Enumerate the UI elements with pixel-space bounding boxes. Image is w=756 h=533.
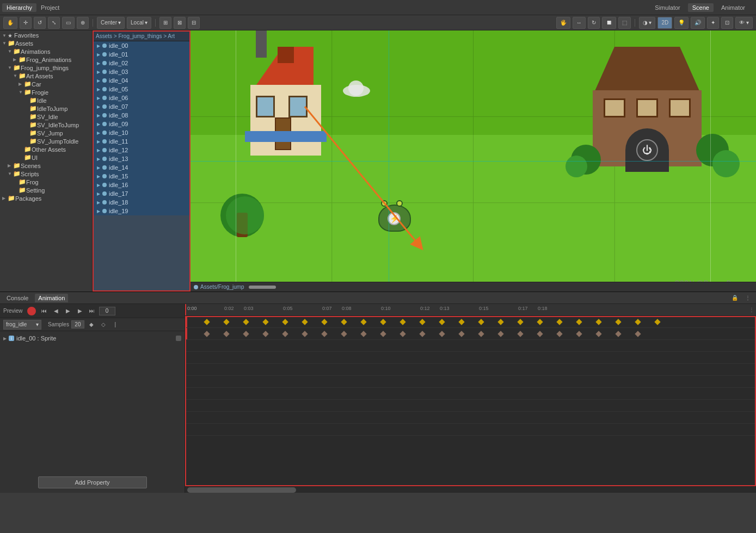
diamond-2-1[interactable] bbox=[204, 331, 210, 337]
diamond-2-18[interactable] bbox=[537, 331, 543, 337]
tree-favorites[interactable]: ▼ ★ Favorites bbox=[0, 32, 92, 39]
file-item-idle19[interactable]: ▶ idle_19 bbox=[94, 207, 189, 215]
transform-tool[interactable]: ⊕ bbox=[77, 17, 89, 29]
move-nav[interactable]: ↔ bbox=[573, 17, 586, 29]
tree-ui[interactable]: 📁 UI bbox=[0, 153, 92, 162]
prev-frame-btn[interactable]: ◀ bbox=[51, 306, 61, 316]
orbit-nav[interactable]: ↻ bbox=[588, 17, 600, 29]
tab-project[interactable]: Project bbox=[36, 3, 64, 12]
diamond-1-1[interactable] bbox=[204, 319, 210, 325]
record-button[interactable] bbox=[27, 307, 36, 315]
tree-frogie[interactable]: ▼ 📁 Frogie bbox=[0, 88, 92, 96]
add-property-button[interactable]: Add Property bbox=[38, 476, 147, 488]
diamond-2-7[interactable] bbox=[321, 331, 327, 337]
diamond-2-3[interactable] bbox=[243, 331, 249, 337]
diamond-2-20[interactable] bbox=[576, 331, 582, 337]
diamond-2-15[interactable] bbox=[478, 331, 484, 337]
file-item-idle13[interactable]: ▶ idle_13 bbox=[94, 154, 189, 163]
tab-simulator[interactable]: Simulator bbox=[650, 3, 684, 12]
diamond-2-12[interactable] bbox=[419, 331, 425, 337]
rect-tool[interactable]: ▭ bbox=[62, 17, 75, 29]
file-item-idle17[interactable]: ▶ idle_17 bbox=[94, 189, 189, 198]
tree-scripts[interactable]: ▼ 📁 Scripts bbox=[0, 170, 92, 178]
tree-packages[interactable]: ▶ 📁 Packages bbox=[0, 194, 92, 202]
diamond-1-5[interactable] bbox=[282, 319, 288, 325]
file-item-idle07[interactable]: ▶ idle_07 bbox=[94, 102, 189, 111]
diamond-1-19[interactable] bbox=[556, 319, 562, 325]
diamond-1-3[interactable] bbox=[243, 319, 249, 325]
diamond-1-21[interactable] bbox=[595, 319, 601, 325]
hand-tool[interactable]: ✋ bbox=[3, 17, 17, 29]
diamond-1-9[interactable] bbox=[360, 319, 366, 325]
diamond-2-22[interactable] bbox=[615, 331, 621, 337]
diamond-2-6[interactable] bbox=[302, 331, 308, 337]
file-item-idle11[interactable]: ▶ idle_11 bbox=[94, 137, 189, 146]
tree-frog-jump[interactable]: ▼ 📁 Frog_jump_things bbox=[0, 64, 92, 72]
diamond-2-17[interactable] bbox=[517, 331, 523, 337]
tree-sv-jump[interactable]: 📁 SV_Jump bbox=[0, 129, 92, 137]
file-item-idle12[interactable]: ▶ idle_12 bbox=[94, 146, 189, 154]
file-item-idle10[interactable]: ▶ idle_10 bbox=[94, 128, 189, 137]
tree-idletojump[interactable]: 📁 IdleToJump bbox=[0, 104, 92, 113]
tree-frog-script[interactable]: 📁 Frog bbox=[0, 178, 92, 186]
diamond-1-13[interactable] bbox=[439, 319, 445, 325]
record-mode-btn[interactable]: | bbox=[110, 320, 120, 330]
diamond-1-23[interactable] bbox=[635, 319, 641, 325]
prop-menu-icon[interactable] bbox=[176, 336, 181, 341]
diamond-2-9[interactable] bbox=[360, 331, 366, 337]
diamond-1-8[interactable] bbox=[341, 319, 347, 325]
center-btn[interactable]: Center ▾ bbox=[97, 17, 125, 29]
play-btn[interactable]: ▶ bbox=[63, 306, 73, 316]
diamond-2-8[interactable] bbox=[341, 331, 347, 337]
file-item-idle08[interactable]: ▶ idle_08 bbox=[94, 111, 189, 120]
shading-dropdown[interactable]: ◑ ▾ bbox=[639, 17, 656, 29]
tree-animations[interactable]: ▼ 📁 Animations bbox=[0, 47, 92, 55]
diamond-2-19[interactable] bbox=[556, 331, 562, 337]
diamond-1-4[interactable] bbox=[262, 319, 268, 325]
file-item-idle18[interactable]: ▶ idle_18 bbox=[94, 198, 189, 207]
timeline-scrollbar[interactable] bbox=[185, 486, 756, 493]
grid-btn[interactable]: ⊞ bbox=[159, 17, 171, 29]
file-item-idle01[interactable]: ▶ idle_01 bbox=[94, 50, 189, 59]
keyframe-btn[interactable]: ◆ bbox=[87, 320, 96, 330]
rotate-tool[interactable]: ↺ bbox=[34, 17, 46, 29]
diamond-2-5[interactable] bbox=[282, 331, 288, 337]
curve-btn[interactable]: ◇ bbox=[99, 320, 108, 330]
timeline-scroll-thumb[interactable] bbox=[187, 487, 296, 493]
diamond-1-24[interactable] bbox=[654, 319, 660, 325]
file-item-idle06[interactable]: ▶ idle_06 bbox=[94, 94, 189, 102]
diamond-1-15[interactable] bbox=[478, 319, 484, 325]
scene-view-tools[interactable]: ⊡ bbox=[721, 17, 733, 29]
playhead-line[interactable] bbox=[185, 304, 186, 316]
diamond-1-22[interactable] bbox=[615, 319, 621, 325]
anim-timeline[interactable]: 0:00 0:02 0:03 0:05 0:07 0:08 0:10 0:12 … bbox=[185, 304, 756, 493]
fx-btn[interactable]: ✦ bbox=[707, 17, 719, 29]
tree-sv-idle[interactable]: 📁 SV_Idle bbox=[0, 113, 92, 121]
timeline-menu-btn[interactable]: ⋮ bbox=[748, 307, 756, 313]
zoom-nav[interactable]: 🔲 bbox=[602, 17, 616, 29]
diamond-2-23[interactable] bbox=[635, 331, 641, 337]
move-tool[interactable]: ✛ bbox=[20, 17, 32, 29]
diamond-1-16[interactable] bbox=[497, 319, 503, 325]
2d-btn[interactable]: 2D bbox=[657, 17, 672, 29]
tab-animator[interactable]: Animator bbox=[717, 3, 749, 12]
audio-btn[interactable]: 🔊 bbox=[691, 17, 705, 29]
file-item-idle00[interactable]: ▶ idle_00 bbox=[94, 41, 189, 50]
anim-name-dropdown[interactable]: frog_idle ▾ bbox=[3, 320, 41, 330]
diamond-1-7[interactable] bbox=[321, 319, 327, 325]
tree-sv-idletojump[interactable]: 📁 SV_IdleToJump bbox=[0, 121, 92, 129]
file-item-idle15[interactable]: ▶ idle_15 bbox=[94, 172, 189, 181]
file-item-idle03[interactable]: ▶ idle_03 bbox=[94, 67, 189, 76]
diamond-1-14[interactable] bbox=[458, 319, 464, 325]
panel-menu-icon[interactable]: ⋮ bbox=[743, 293, 753, 303]
scale-tool[interactable]: ⤡ bbox=[48, 17, 60, 29]
diamond-1-2[interactable] bbox=[223, 319, 229, 325]
anim-prop-sprite-container[interactable]: ▶ i idle_00 : Sprite bbox=[0, 332, 185, 344]
file-item-idle16[interactable]: ▶ idle_16 bbox=[94, 181, 189, 189]
diamond-1-12[interactable] bbox=[419, 319, 425, 325]
diamond-2-13[interactable] bbox=[439, 331, 445, 337]
tab-animation[interactable]: Animation bbox=[35, 294, 68, 302]
gizmos-btn[interactable]: 👁 ▾ bbox=[735, 17, 753, 29]
file-item-idle14[interactable]: ▶ idle_14 bbox=[94, 163, 189, 172]
step-back-btn[interactable]: ⏮ bbox=[39, 306, 49, 316]
